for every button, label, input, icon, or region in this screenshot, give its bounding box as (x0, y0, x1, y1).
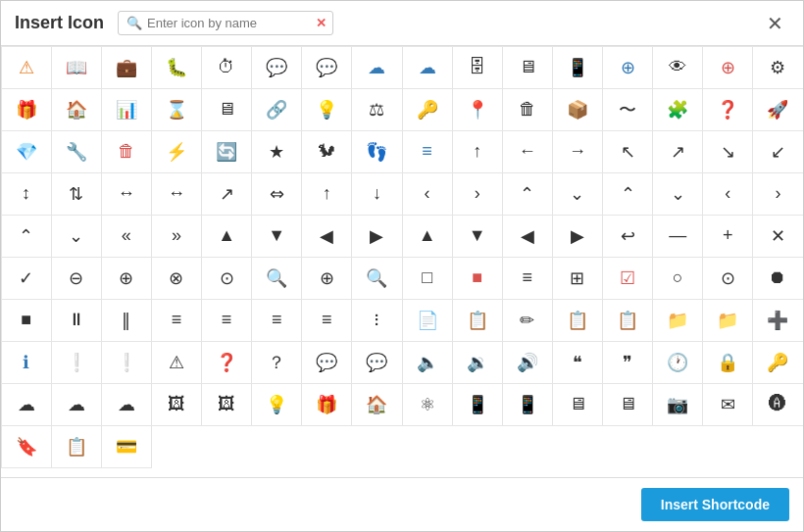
icon-cell[interactable]: ☁ (1, 383, 52, 426)
search-input[interactable] (147, 16, 312, 30)
close-button[interactable]: ✕ (761, 12, 789, 35)
icon-cell[interactable]: ‖ (101, 299, 152, 342)
icon-cell[interactable]: ↗ (201, 172, 252, 216)
icon-cell[interactable]: ⫶ (351, 299, 402, 342)
icon-cell[interactable]: ↗ (652, 130, 703, 173)
icon-cell[interactable]: 📱 (552, 46, 603, 89)
icon-cell[interactable]: ⊙ (201, 257, 252, 300)
icon-cell[interactable]: ⚛ (402, 383, 453, 426)
search-clear-button[interactable]: ✕ (316, 16, 327, 30)
icon-cell[interactable]: ⌄ (51, 215, 102, 258)
icon-cell[interactable]: ↓ (351, 172, 402, 216)
icon-cell[interactable]: ★ (251, 130, 302, 173)
icon-cell[interactable]: 🔉 (452, 341, 503, 384)
icon-cell[interactable]: ✏ (502, 299, 553, 342)
icon-cell[interactable]: ○ (652, 257, 703, 300)
icon-cell[interactable]: 👁 (652, 46, 703, 89)
icon-cell[interactable]: ☁ (351, 46, 402, 89)
icon-cell[interactable]: 🖥 (552, 383, 603, 426)
icon-cell[interactable]: ⚡ (151, 130, 202, 173)
icon-cell[interactable]: 🎁 (1, 88, 52, 131)
icon-cell[interactable]: ■ (1, 299, 52, 342)
icon-cell[interactable]: ■ (452, 257, 503, 300)
icon-cell[interactable]: 💡 (251, 383, 302, 426)
icon-cell[interactable]: ▲ (201, 215, 252, 258)
icon-cell[interactable]: 🖥 (602, 383, 653, 426)
icon-cell[interactable]: 🕐 (652, 341, 703, 384)
icon-cell[interactable]: 📖 (51, 46, 102, 89)
icon-cell[interactable]: ❓ (201, 341, 252, 384)
icon-cell[interactable]: 🖼 (201, 383, 252, 426)
icon-cell[interactable]: ≡ (301, 299, 352, 342)
icon-cell[interactable]: 🔑 (752, 341, 803, 384)
icon-cell[interactable]: 🧩 (652, 88, 703, 131)
icon-cell[interactable]: ☑ (602, 257, 653, 300)
icon-cell[interactable]: ⌄ (652, 172, 703, 216)
icon-cell[interactable]: 📍 (452, 88, 503, 131)
icon-cell[interactable]: 🔧 (51, 130, 102, 173)
icon-cell[interactable]: ↖ (602, 130, 653, 173)
icon-cell[interactable]: ≡ (151, 299, 202, 342)
icon-cell[interactable]: 📱 (502, 383, 553, 426)
icon-cell[interactable]: ↑ (301, 172, 352, 216)
icon-cell[interactable]: ⌃ (602, 172, 653, 216)
icon-cell[interactable]: 💬 (301, 46, 352, 89)
icon-cell[interactable]: ↕ (1, 172, 52, 216)
icon-cell[interactable]: ⇔ (251, 172, 302, 216)
icon-cell[interactable]: 🖼 (151, 383, 202, 426)
icon-cell[interactable]: 🔈 (402, 341, 453, 384)
icon-cell[interactable]: 📁 (702, 299, 753, 342)
icon-cell[interactable]: ⌃ (1, 215, 52, 258)
icon-cell[interactable]: ↩ (602, 215, 653, 258)
icon-cell[interactable]: « (101, 215, 152, 258)
icon-cell[interactable]: ⊞ (552, 257, 603, 300)
icon-cell[interactable]: 🔖 (1, 425, 52, 468)
icon-cell[interactable]: 📱 (452, 383, 503, 426)
icon-cell[interactable]: ⚙ (752, 46, 803, 89)
icon-cell[interactable]: □ (402, 257, 453, 300)
icon-cell[interactable]: ☁ (101, 383, 152, 426)
icon-cell[interactable]: → (552, 130, 603, 173)
icon-cell[interactable]: ✕ (752, 215, 803, 258)
icon-cell[interactable]: ‹ (402, 172, 453, 216)
icon-cell[interactable]: ⌃ (502, 172, 553, 216)
icon-cell[interactable]: + (702, 215, 753, 258)
icon-cell[interactable]: ⊕ (301, 257, 352, 300)
icon-cell[interactable]: 🔍 (251, 257, 302, 300)
icon-cell[interactable]: ✓ (1, 257, 52, 300)
icon-cell[interactable]: › (452, 172, 503, 216)
icon-cell[interactable]: ℹ (1, 341, 52, 384)
icon-cell[interactable]: ▶ (351, 215, 402, 258)
icon-cell[interactable]: ▲ (402, 215, 453, 258)
icon-cell[interactable]: ⇅ (51, 172, 102, 216)
icon-cell[interactable]: 🐿 (301, 130, 352, 173)
icon-cell[interactable]: 🐛 (151, 46, 202, 89)
icon-cell[interactable]: 💡 (301, 88, 352, 131)
icon-cell[interactable]: — (652, 215, 703, 258)
icon-cell[interactable]: 📁 (652, 299, 703, 342)
icon-cell[interactable]: ⌄ (552, 172, 603, 216)
icon-cell[interactable]: › (752, 172, 803, 216)
icon-cell[interactable]: ⚖ (351, 88, 402, 131)
icon-cell[interactable]: 🖥 (201, 88, 252, 131)
icon-cell[interactable]: 📷 (652, 383, 703, 426)
icon-cell[interactable]: 🔄 (201, 130, 252, 173)
icon-cell[interactable]: 📋 (51, 425, 102, 468)
icon-cell[interactable]: 🔊 (502, 341, 553, 384)
icon-cell[interactable]: 📋 (452, 299, 503, 342)
icon-cell[interactable]: ❝ (552, 341, 603, 384)
insert-shortcode-button[interactable]: Insert Shortcode (641, 488, 789, 521)
icon-cell[interactable]: 📋 (602, 299, 653, 342)
icon-cell[interactable]: 🅐 (752, 383, 803, 426)
icon-cell[interactable]: 🏠 (51, 88, 102, 131)
icon-cell[interactable]: ❓ (702, 88, 753, 131)
icon-cell[interactable]: ⏱ (201, 46, 252, 89)
icon-cell[interactable]: 〜 (602, 88, 653, 131)
icon-cell[interactable]: 🔒 (702, 341, 753, 384)
icon-cell[interactable]: ？ (251, 341, 302, 384)
icon-cell[interactable]: ▼ (452, 215, 503, 258)
icon-cell[interactable]: ☁ (51, 383, 102, 426)
icon-cell[interactable]: ⊕ (602, 46, 653, 89)
icon-cell[interactable]: 🖥 (502, 46, 553, 89)
icon-cell[interactable]: ≡ (201, 299, 252, 342)
